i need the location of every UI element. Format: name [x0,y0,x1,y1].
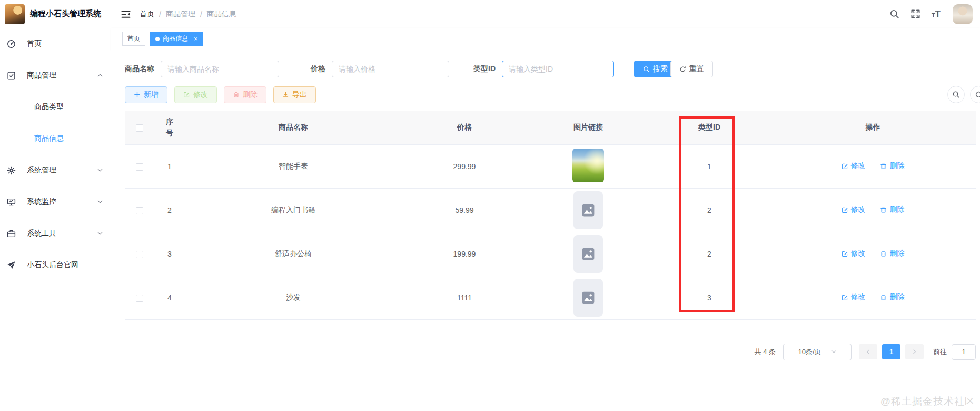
refresh-table-button[interactable] [970,86,980,103]
table-header-row: 序号 商品名称 价格 图片链接 类型ID 操作 [125,111,976,144]
chevron-down-icon [97,167,103,173]
row-checkbox[interactable] [136,163,143,171]
header-seq: 序号 [154,111,185,144]
type-id-label: 类型ID [466,64,502,74]
download-icon [282,91,289,98]
page-size-select[interactable]: 10条/页 [783,344,852,360]
cell-seq: 4 [154,276,185,319]
price-input[interactable] [332,61,449,77]
cell-type-id: 3 [649,276,770,319]
edit-icon [183,91,190,98]
edit-icon [842,163,848,170]
row-edit-link[interactable]: 修改 [842,292,866,302]
sidebar-item-system-management[interactable]: 系统管理 [0,154,111,186]
sidebar-fold-icon[interactable] [121,9,131,19]
broken-image-placeholder [573,279,603,317]
toolbar-right [947,86,976,103]
row-delete-link[interactable]: 删除 [880,161,904,171]
tab-home[interactable]: 首页 [122,32,145,46]
sidebar-item-label: 小石头后台官网 [27,260,78,270]
tab-goods-info[interactable]: 商品信息 × [150,32,203,46]
fullscreen-icon[interactable] [910,9,920,19]
page-size-value: 10条/页 [798,347,821,357]
main-area: 首页 / 商品管理 / 商品信息 T T 首页 [111,0,980,411]
sidebar-item-label: 首页 [27,39,42,48]
font-size-icon[interactable]: T T [932,9,941,18]
sidebar-item-label: 商品管理 [27,71,56,80]
export-button[interactable]: 导出 [273,86,316,103]
sidebar-item-label: 商品类型 [34,102,64,112]
row-delete-link[interactable]: 删除 [880,292,904,302]
row-delete-link[interactable]: 删除 [880,249,904,258]
sidebar-item-goods-management[interactable]: 商品管理 [0,60,111,91]
row-edit-link[interactable]: 修改 [842,161,866,171]
table-toolbar: 新增 修改 删除 导出 [125,86,976,103]
logo: 编程小石头管理系统 [0,0,111,28]
table-row: 2 编程入门书籍 59.99 2 修改 删除 [125,188,976,232]
pagination: 共 4 条 10条/页 1 前往 [125,344,976,360]
dashboard-icon [7,40,16,48]
tab-bar: 首页 商品信息 × [111,28,980,50]
edit-button[interactable]: 修改 [174,86,217,103]
goto-page-input[interactable] [952,344,976,360]
chevron-left-icon [865,349,871,355]
briefcase-icon [7,229,16,238]
cell-price: 1111 [401,276,528,319]
row-checkbox[interactable] [136,207,143,214]
font-size-small-glyph: T [932,13,935,18]
row-edit-link[interactable]: 修改 [842,249,866,258]
show-search-button[interactable] [947,86,965,103]
header-type-id: 类型ID [649,111,770,144]
delete-button[interactable]: 删除 [224,86,266,103]
cell-goods-name: 智能手表 [185,144,401,188]
app-title: 编程小石头管理系统 [30,9,101,19]
trash-icon [233,91,240,98]
page-number-button[interactable]: 1 [882,344,900,359]
sidebar-item-goods-info[interactable]: 商品信息 [0,123,111,154]
navbar-actions: T T [889,4,973,24]
breadcrumb-goods-management[interactable]: 商品管理 [166,9,195,19]
sidebar-item-label: 系统管理 [27,165,56,175]
active-tab-dot [155,37,160,41]
table-row: 1 智能手表 299.99 1 修改 删除 [125,144,976,188]
sidebar-item-goods-type[interactable]: 商品类型 [0,91,111,123]
sidebar-item-label: 系统监控 [27,197,56,207]
breadcrumb-separator: / [159,10,161,18]
row-delete-link[interactable]: 删除 [880,205,904,214]
form-item-type-id: 类型ID [466,61,614,77]
search-button-label: 搜索 [653,64,668,74]
broken-image-placeholder [573,191,603,229]
sidebar-item-system-monitor[interactable]: 系统监控 [0,186,111,218]
header-goods-name: 商品名称 [185,111,401,144]
cell-goods-name: 编程入门书籍 [185,188,401,232]
avatar[interactable] [953,4,973,24]
reset-button[interactable]: 重置 [670,61,713,77]
sidebar-item-label: 系统工具 [27,229,56,238]
row-edit-link[interactable]: 修改 [842,205,866,214]
sidebar-item-official-site[interactable]: 小石头后台官网 [0,249,111,281]
edit-icon [842,294,848,301]
tab-label: 首页 [127,34,140,43]
chevron-up-icon [97,72,103,79]
top-navbar: 首页 / 商品管理 / 商品信息 T T [111,0,980,28]
goods-image-thumbnail[interactable] [572,149,604,182]
close-icon[interactable]: × [194,35,198,42]
cell-seq: 2 [154,188,185,232]
add-button[interactable]: 新增 [125,86,167,103]
breadcrumb-home[interactable]: 首页 [140,9,154,19]
next-page-button[interactable] [905,344,924,359]
sidebar-item-home[interactable]: 首页 [0,28,111,60]
sidebar-item-system-tools[interactable]: 系统工具 [0,218,111,249]
row-checkbox[interactable] [136,295,143,302]
header-actions: 操作 [770,111,976,144]
goods-name-input[interactable] [161,61,279,77]
export-button-label: 导出 [292,90,307,100]
row-checkbox[interactable] [136,251,143,258]
cell-type-id: 1 [649,144,770,188]
search-icon[interactable] [889,9,899,19]
type-id-input[interactable] [502,61,614,77]
cell-goods-name: 舒适办公椅 [185,232,401,276]
chevron-right-icon [912,349,917,355]
select-all-checkbox[interactable] [136,124,143,132]
prev-page-button[interactable] [859,344,877,359]
